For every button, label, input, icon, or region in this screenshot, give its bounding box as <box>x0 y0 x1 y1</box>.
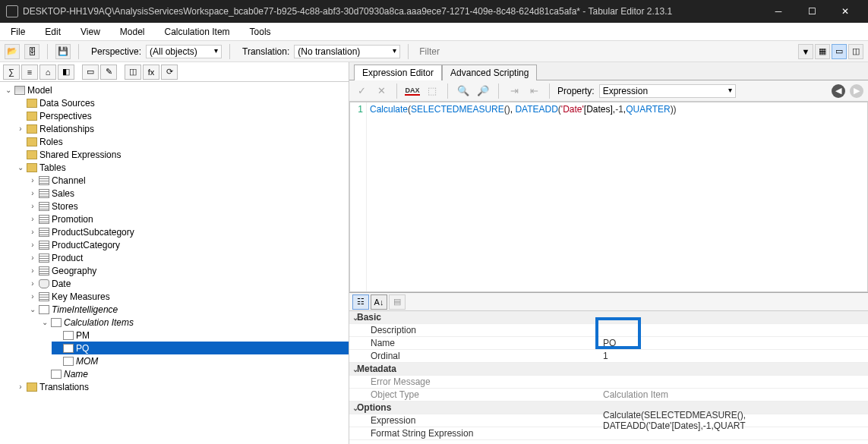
filter-input[interactable] <box>416 46 794 58</box>
search2-icon[interactable]: 🔎 <box>475 83 491 99</box>
tree-pane: ∑ ≡ ⌂ ◧ ▭ ✎ ◫ fx ⟳ ⌄Model Data Sources P… <box>0 62 349 444</box>
refresh-icon[interactable]: ⟳ <box>161 65 178 80</box>
menu-file[interactable]: File <box>8 25 28 39</box>
properties-pane: ☷ A↓ ▤ ⌄Basic Description NamePQ Ordinal… <box>349 292 868 444</box>
db-icon[interactable]: 🗄 <box>24 44 39 59</box>
perspective-select[interactable]: (All objects) <box>146 45 222 58</box>
view-mode3-icon[interactable]: ◫ <box>848 44 863 59</box>
menu-calculation-item[interactable]: Calculation Item <box>162 25 233 39</box>
tree-table-timeintelligence[interactable]: ⌄TimeIntelligence <box>27 303 349 316</box>
tree-table-productcategory[interactable]: ›ProductCategory <box>27 238 349 251</box>
tree-item-mom[interactable]: MOM <box>52 354 349 367</box>
tree-translations[interactable]: ›Translations <box>15 380 349 393</box>
property-label: Property: <box>557 86 595 96</box>
alphabetical-icon[interactable]: A↓ <box>371 294 387 310</box>
prop-description[interactable]: Description <box>349 324 868 337</box>
indent-icon[interactable]: ⇥ <box>507 83 522 99</box>
tree-name-column[interactable]: Name <box>39 367 349 380</box>
editor-toolbar: ✓ ✕ DAX ⬚ 🔍 🔎 ⇥ ⇤ Property: Expression ◀… <box>349 80 868 102</box>
categorized-icon[interactable]: ☷ <box>352 294 369 310</box>
folder-icon <box>27 112 37 121</box>
prop-expression[interactable]: ExpressionCalculate(SELECTEDMEASURE(), D… <box>349 414 868 427</box>
prop-ordinal[interactable]: Ordinal1 <box>349 350 868 363</box>
tree-table-promotion[interactable]: ›Promotion <box>27 213 349 225</box>
tree-table-geography[interactable]: ›Geography <box>27 264 349 277</box>
code-content[interactable]: Calculate(SELECTEDMEASURE(), DATEADD('Da… <box>367 102 680 291</box>
menu-model[interactable]: Model <box>117 25 148 39</box>
window-title: DESKTOP-HH1V9AQ\AnalysisServicesWorkspac… <box>23 6 762 17</box>
folder-icon <box>27 163 37 172</box>
tree-table-productsubcategory[interactable]: ›ProductSubcategory <box>27 225 349 238</box>
tree-relationships[interactable]: ›Relationships <box>15 122 349 135</box>
tree-calculation-items[interactable]: ⌄Calculation Items <box>39 316 349 329</box>
sigma-icon[interactable]: ∑ <box>3 65 20 80</box>
prop-object-type[interactable]: Object TypeCalculation Item <box>349 389 868 401</box>
tree-roles[interactable]: Roles <box>15 135 349 148</box>
edit-icon[interactable]: ✎ <box>100 65 117 80</box>
menu-tools[interactable]: Tools <box>247 25 274 39</box>
property-select[interactable]: Expression <box>599 84 736 98</box>
nav-forward-icon[interactable]: ▶ <box>850 84 863 98</box>
tree-table-product[interactable]: ›Product <box>27 251 349 264</box>
translation-select[interactable]: (No translation) <box>294 45 400 58</box>
view-mode1-icon[interactable]: ▦ <box>815 44 830 59</box>
accept-icon[interactable]: ✓ <box>354 83 369 99</box>
tree-table-sales[interactable]: ›Sales <box>27 187 349 200</box>
minimize-button[interactable]: ─ <box>762 0 795 23</box>
tree-item-pq[interactable]: PQ <box>52 342 349 354</box>
table-icon <box>39 228 49 237</box>
menu-edit[interactable]: Edit <box>42 25 64 39</box>
properties-grid[interactable]: ⌄Basic Description NamePQ Ordinal1 ⌄Meta… <box>349 311 868 444</box>
list-icon[interactable]: ≡ <box>21 65 38 80</box>
model-tree[interactable]: ⌄Model Data Sources Perspectives ›Relati… <box>0 83 349 393</box>
search-icon[interactable]: 🔍 <box>456 83 471 99</box>
col-icon[interactable]: ◫ <box>125 65 141 80</box>
tab-expression-editor[interactable]: Expression Editor <box>354 65 442 80</box>
folder-icon <box>27 383 37 392</box>
save-icon[interactable]: 💾 <box>55 44 71 59</box>
calc-item-icon <box>63 344 74 353</box>
tree-table-channel[interactable]: ›Channel <box>27 174 349 187</box>
prop-name[interactable]: NamePQ <box>349 337 868 350</box>
tree-tables[interactable]: ⌄Tables <box>15 161 349 174</box>
separator <box>78 44 79 59</box>
tree-perspectives[interactable]: Perspectives <box>15 109 349 122</box>
column-icon <box>51 370 62 379</box>
editor-tabs: Expression Editor Advanced Scripting <box>349 62 868 80</box>
nav-back-icon[interactable]: ◀ <box>832 84 845 98</box>
tree-table-stores[interactable]: ›Stores <box>27 200 349 213</box>
separator <box>229 44 230 59</box>
insert-icon[interactable]: ⬚ <box>425 83 440 99</box>
tree-table-keymeasures[interactable]: ›Key Measures <box>27 290 349 303</box>
line-number: 1 <box>350 102 367 291</box>
prop-error-message[interactable]: Error Message <box>349 376 868 389</box>
prop-pages-icon: ▤ <box>389 294 406 310</box>
menu-bar: File Edit View Model Calculation Item To… <box>0 23 868 41</box>
calc-items-icon <box>51 318 62 327</box>
cancel-icon[interactable]: ✕ <box>374 83 389 99</box>
expression-editor[interactable]: 1 Calculate(SELECTEDMEASURE(), DATEADD('… <box>349 102 868 292</box>
folder-icon[interactable]: ▭ <box>82 65 99 80</box>
filter-icon[interactable]: ▼ <box>798 44 813 59</box>
dax-format-icon[interactable]: DAX <box>405 83 420 99</box>
outdent-icon[interactable]: ⇤ <box>526 83 541 99</box>
folder-icon <box>27 124 37 134</box>
prop-category-basic[interactable]: ⌄Basic <box>349 311 868 324</box>
hierarchy-icon[interactable]: ⌂ <box>39 65 56 80</box>
tree-shared-expressions[interactable]: Shared Expressions <box>15 148 349 161</box>
tab-advanced-scripting[interactable]: Advanced Scripting <box>442 65 537 80</box>
menu-view[interactable]: View <box>77 25 103 39</box>
tree-item-pm[interactable]: PM <box>52 329 349 342</box>
prop-category-metadata[interactable]: ⌄Metadata <box>349 363 868 376</box>
maximize-button[interactable]: ☐ <box>795 0 829 23</box>
view-mode2-icon[interactable]: ▭ <box>832 44 847 59</box>
tree-data-sources[interactable]: Data Sources <box>15 96 349 109</box>
open-icon[interactable]: 📂 <box>5 44 20 59</box>
folder-icon <box>27 150 37 159</box>
table-icon <box>39 266 49 276</box>
fx-icon[interactable]: fx <box>143 65 159 80</box>
tree-root-model[interactable]: ⌄Model <box>3 83 349 96</box>
cube-icon[interactable]: ◧ <box>58 65 74 80</box>
close-button[interactable]: ✕ <box>829 0 862 23</box>
tree-table-date[interactable]: ›Date <box>27 277 349 290</box>
